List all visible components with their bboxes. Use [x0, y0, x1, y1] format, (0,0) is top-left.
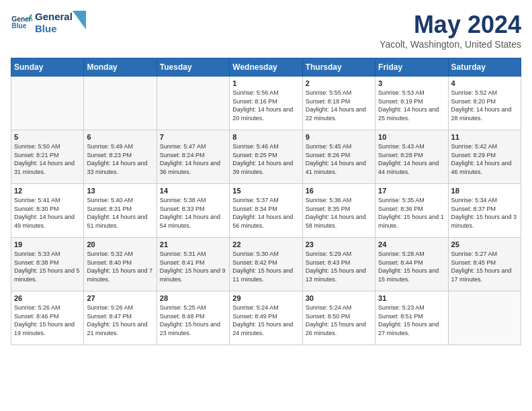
header-tuesday: Tuesday [157, 58, 229, 77]
week-row: 19Sunrise: 5:33 AM Sunset: 8:38 PM Dayli… [11, 238, 521, 291]
day-info: Sunrise: 5:36 AM Sunset: 8:35 PM Dayligh… [306, 196, 372, 230]
day-number: 21 [160, 240, 226, 248]
day-info: Sunrise: 5:34 AM Sunset: 8:37 PM Dayligh… [451, 196, 518, 230]
day-number: 23 [306, 240, 372, 248]
day-number: 16 [306, 187, 372, 195]
calendar-cell [11, 77, 84, 130]
calendar-cell: 16Sunrise: 5:36 AM Sunset: 8:35 PM Dayli… [302, 184, 375, 238]
day-number: 11 [451, 133, 518, 141]
day-info: Sunrise: 5:25 AM Sunset: 8:48 PM Dayligh… [160, 304, 226, 337]
day-number: 9 [306, 133, 372, 141]
day-info: Sunrise: 5:43 AM Sunset: 8:28 PM Dayligh… [378, 142, 445, 176]
day-info: Sunrise: 5:45 AM Sunset: 8:26 PM Dayligh… [306, 142, 372, 176]
week-row: 1Sunrise: 5:56 AM Sunset: 8:16 PM Daylig… [11, 77, 521, 130]
calendar-cell [84, 77, 157, 130]
day-number: 28 [160, 294, 226, 302]
day-number: 22 [232, 240, 299, 248]
day-number: 12 [14, 187, 81, 195]
calendar-cell: 24Sunrise: 5:28 AM Sunset: 8:44 PM Dayli… [375, 238, 448, 291]
calendar-cell: 26Sunrise: 5:26 AM Sunset: 8:46 PM Dayli… [11, 291, 84, 345]
day-info: Sunrise: 5:24 AM Sunset: 8:49 PM Dayligh… [232, 304, 299, 337]
calendar-cell: 7Sunrise: 5:47 AM Sunset: 8:24 PM Daylig… [157, 130, 229, 184]
calendar-cell: 9Sunrise: 5:45 AM Sunset: 8:26 PM Daylig… [302, 130, 375, 184]
day-number: 25 [451, 240, 518, 248]
calendar-body: 1Sunrise: 5:56 AM Sunset: 8:16 PM Daylig… [11, 77, 521, 345]
day-number: 14 [160, 187, 226, 195]
day-info: Sunrise: 5:26 AM Sunset: 8:46 PM Dayligh… [14, 304, 81, 337]
day-number: 6 [87, 133, 153, 141]
calendar-cell: 28Sunrise: 5:25 AM Sunset: 8:48 PM Dayli… [157, 291, 229, 345]
calendar-cell: 13Sunrise: 5:40 AM Sunset: 8:31 PM Dayli… [84, 184, 157, 238]
day-number: 13 [87, 187, 153, 195]
logo-icon: General Blue [11, 12, 32, 34]
day-number: 5 [14, 133, 81, 141]
day-info: Sunrise: 5:31 AM Sunset: 8:41 PM Dayligh… [160, 250, 226, 283]
calendar-cell: 27Sunrise: 5:26 AM Sunset: 8:47 PM Dayli… [84, 291, 157, 345]
calendar-cell: 11Sunrise: 5:42 AM Sunset: 8:29 PM Dayli… [448, 130, 521, 184]
calendar-cell: 12Sunrise: 5:41 AM Sunset: 8:30 PM Dayli… [11, 184, 84, 238]
day-number: 30 [306, 294, 372, 302]
day-number: 20 [87, 240, 153, 248]
day-number: 2 [306, 79, 372, 87]
day-info: Sunrise: 5:32 AM Sunset: 8:40 PM Dayligh… [87, 250, 153, 283]
calendar-cell: 23Sunrise: 5:29 AM Sunset: 8:43 PM Dayli… [302, 238, 375, 291]
day-number: 27 [87, 294, 153, 302]
calendar-cell: 3Sunrise: 5:53 AM Sunset: 8:19 PM Daylig… [375, 77, 448, 130]
day-info: Sunrise: 5:26 AM Sunset: 8:47 PM Dayligh… [87, 304, 153, 337]
day-info: Sunrise: 5:38 AM Sunset: 8:33 PM Dayligh… [160, 196, 226, 230]
day-info: Sunrise: 5:40 AM Sunset: 8:31 PM Dayligh… [87, 196, 153, 230]
day-number: 31 [378, 294, 445, 302]
header-row: SundayMondayTuesdayWednesdayThursdayFrid… [11, 58, 521, 77]
calendar-header: SundayMondayTuesdayWednesdayThursdayFrid… [11, 58, 521, 77]
title-area: May 2024 Yacolt, Washington, United Stat… [380, 11, 521, 50]
calendar-cell: 31Sunrise: 5:23 AM Sunset: 8:51 PM Dayli… [375, 291, 448, 345]
calendar-cell: 20Sunrise: 5:32 AM Sunset: 8:40 PM Dayli… [84, 238, 157, 291]
calendar-cell: 22Sunrise: 5:30 AM Sunset: 8:42 PM Dayli… [230, 238, 302, 291]
day-info: Sunrise: 5:42 AM Sunset: 8:29 PM Dayligh… [451, 142, 518, 176]
month-title: May 2024 [380, 11, 521, 39]
logo-line2: Blue [35, 23, 73, 35]
day-number: 8 [232, 133, 299, 141]
calendar-cell: 30Sunrise: 5:24 AM Sunset: 8:50 PM Dayli… [302, 291, 375, 345]
day-info: Sunrise: 5:53 AM Sunset: 8:19 PM Dayligh… [378, 89, 445, 122]
calendar-cell: 19Sunrise: 5:33 AM Sunset: 8:38 PM Dayli… [11, 238, 84, 291]
calendar-cell: 17Sunrise: 5:35 AM Sunset: 8:36 PM Dayli… [375, 184, 448, 238]
page-header: General Blue General Blue May 2024 Yacol… [11, 11, 521, 50]
logo: General Blue General Blue [11, 11, 86, 35]
week-row: 26Sunrise: 5:26 AM Sunset: 8:46 PM Dayli… [11, 291, 521, 345]
day-info: Sunrise: 5:28 AM Sunset: 8:44 PM Dayligh… [378, 250, 445, 283]
calendar-cell: 10Sunrise: 5:43 AM Sunset: 8:28 PM Dayli… [375, 130, 448, 184]
week-row: 5Sunrise: 5:50 AM Sunset: 8:21 PM Daylig… [11, 130, 521, 184]
logo-line1: General [35, 11, 73, 23]
calendar-cell: 1Sunrise: 5:56 AM Sunset: 8:16 PM Daylig… [230, 77, 302, 130]
calendar-cell: 2Sunrise: 5:55 AM Sunset: 8:18 PM Daylig… [302, 77, 375, 130]
day-number: 24 [378, 240, 445, 248]
header-friday: Friday [375, 58, 448, 77]
day-info: Sunrise: 5:29 AM Sunset: 8:43 PM Dayligh… [306, 250, 372, 283]
calendar-cell: 4Sunrise: 5:52 AM Sunset: 8:20 PM Daylig… [448, 77, 521, 130]
day-info: Sunrise: 5:56 AM Sunset: 8:16 PM Dayligh… [232, 89, 299, 122]
header-wednesday: Wednesday [230, 58, 302, 77]
logo-triangle-icon [73, 11, 86, 30]
day-info: Sunrise: 5:50 AM Sunset: 8:21 PM Dayligh… [14, 142, 81, 176]
calendar-cell: 8Sunrise: 5:46 AM Sunset: 8:25 PM Daylig… [230, 130, 302, 184]
day-info: Sunrise: 5:49 AM Sunset: 8:23 PM Dayligh… [87, 142, 153, 176]
header-sunday: Sunday [11, 58, 84, 77]
svg-text:General: General [11, 15, 32, 23]
day-info: Sunrise: 5:24 AM Sunset: 8:50 PM Dayligh… [306, 304, 372, 337]
header-thursday: Thursday [302, 58, 375, 77]
day-info: Sunrise: 5:52 AM Sunset: 8:20 PM Dayligh… [451, 89, 518, 122]
day-info: Sunrise: 5:27 AM Sunset: 8:45 PM Dayligh… [451, 250, 518, 283]
day-number: 26 [14, 294, 81, 302]
day-info: Sunrise: 5:23 AM Sunset: 8:51 PM Dayligh… [378, 304, 445, 337]
header-saturday: Saturday [448, 58, 521, 77]
day-number: 17 [378, 187, 445, 195]
day-info: Sunrise: 5:37 AM Sunset: 8:34 PM Dayligh… [232, 196, 299, 230]
calendar-cell: 14Sunrise: 5:38 AM Sunset: 8:33 PM Dayli… [157, 184, 229, 238]
day-info: Sunrise: 5:46 AM Sunset: 8:25 PM Dayligh… [232, 142, 299, 176]
day-number: 15 [232, 187, 299, 195]
calendar-cell: 5Sunrise: 5:50 AM Sunset: 8:21 PM Daylig… [11, 130, 84, 184]
day-info: Sunrise: 5:47 AM Sunset: 8:24 PM Dayligh… [160, 142, 226, 176]
day-info: Sunrise: 5:30 AM Sunset: 8:42 PM Dayligh… [232, 250, 299, 283]
day-number: 7 [160, 133, 226, 141]
